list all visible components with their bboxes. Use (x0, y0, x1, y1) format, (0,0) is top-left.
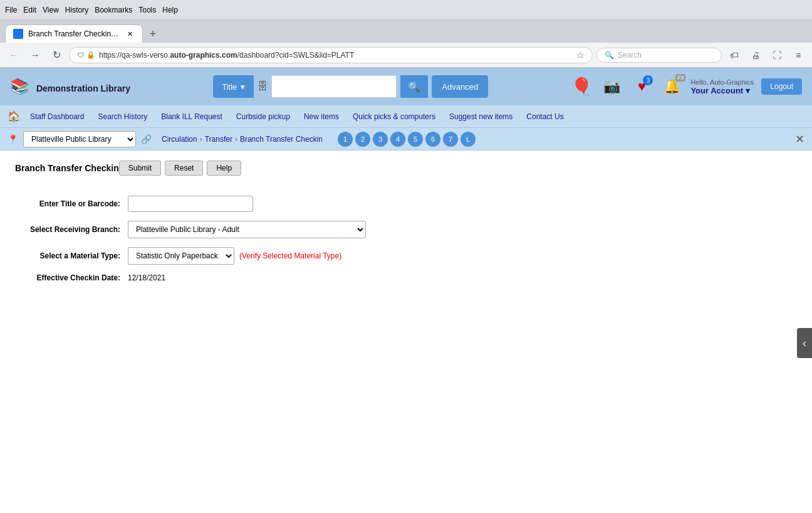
receiving-branch-row: Select Receiving Branch: Platteville Pub… (15, 221, 797, 238)
nav-suggest[interactable]: Suggest new items (443, 110, 519, 124)
step-L[interactable]: L (461, 132, 476, 147)
app-nav: 🏠 Staff Dashboard Search History Blank I… (0, 105, 812, 128)
menu-help[interactable]: Help (162, 6, 178, 14)
search-button[interactable]: 🔍 (400, 75, 428, 98)
print-button[interactable]: 🖨 (747, 46, 764, 64)
side-collapse-button[interactable]: ‹ (797, 328, 812, 358)
logo-icon: 📚 (10, 78, 29, 95)
app-logo: 📚 Demonstration Library (10, 78, 130, 95)
title-barcode-row: Enter Title or Barcode: (15, 196, 797, 212)
lock-icon: 🔒 (86, 51, 95, 59)
menu-edit[interactable]: Edit (23, 6, 36, 14)
search-section: Title ▾ 🗄 🔍 Advanced (140, 75, 561, 98)
tab-close-button[interactable]: ✕ (125, 29, 135, 39)
step-1[interactable]: 1 (338, 132, 353, 147)
nav-quick-picks[interactable]: Quick picks & computers (346, 110, 442, 124)
bookmark-star[interactable]: ☆ (576, 50, 585, 60)
step-4[interactable]: 4 (390, 132, 405, 147)
step-indicators: 1 2 3 4 5 6 7 L (338, 132, 476, 147)
title-barcode-input[interactable] (128, 196, 253, 212)
menu-button[interactable]: ≡ (789, 46, 807, 64)
main-search-input[interactable] (271, 75, 397, 98)
chevron-down-icon: ▾ (241, 82, 245, 92)
breadcrumb-transfer[interactable]: Transfer (205, 135, 232, 144)
user-greeting: Hello, Auto-Graphics (690, 78, 754, 86)
receiving-branch-dropdown[interactable]: Platteville Public Library - Adult (128, 221, 366, 238)
menu-view[interactable]: View (43, 6, 59, 14)
menu-bookmarks[interactable]: Bookmarks (95, 6, 132, 14)
browser-tab-active[interactable]: Branch Transfer Checkin | SWLS ✕ (5, 24, 143, 43)
fullscreen-button[interactable]: ⛶ (768, 46, 786, 64)
url-bar[interactable]: 🛡 🔒 https://qa-swls-verso.auto-graphics.… (69, 47, 593, 63)
step-7[interactable]: 7 (443, 132, 458, 147)
title-barcode-label: Enter Title or Barcode: (15, 199, 128, 208)
heart-button[interactable]: ♥ 3 (630, 75, 653, 98)
breadcrumb-circulation[interactable]: Circulation (162, 135, 197, 144)
nav-contact[interactable]: Contact Us (520, 110, 570, 124)
step-5[interactable]: 5 (408, 132, 423, 147)
f9-button[interactable]: 🔔 F9 (660, 75, 683, 98)
browser-addressbar: ← → ↻ 🛡 🔒 https://qa-swls-verso.auto-gra… (0, 43, 812, 68)
search-type-dropdown[interactable]: Title ▾ (213, 75, 254, 98)
balloon-icon[interactable]: 🎈 (571, 77, 593, 97)
tab-favicon (13, 29, 23, 39)
breadcrumb-branch-transfer-checkin[interactable]: Branch Transfer Checkin (240, 135, 323, 144)
library-location-dropdown[interactable]: Platteville Public Library (23, 131, 136, 147)
help-button[interactable]: Help (207, 161, 241, 176)
material-type-label: Select a Material Type: (15, 251, 128, 260)
search-text: Search (618, 51, 642, 60)
back-button[interactable]: ← (5, 46, 23, 64)
shield-icon: 🛡 (77, 51, 84, 59)
browser-search-bar[interactable]: 🔍 Search (596, 48, 722, 63)
tab-title: Branch Transfer Checkin | SWLS (28, 29, 120, 38)
advanced-search-button[interactable]: Advanced (432, 75, 488, 98)
content-main: Branch Transfer Checkin Submit Reset Hel… (0, 151, 812, 513)
new-tab-button[interactable]: + (144, 25, 162, 43)
verify-material-type-link[interactable]: (Verify Selected Material Type) (239, 251, 341, 260)
url-text: https://qa-swls-verso.auto-graphics.com/… (99, 51, 573, 60)
logout-button[interactable]: Logout (761, 78, 802, 95)
chevron-left-icon: ‹ (803, 337, 806, 350)
camera-icon: 📷 (603, 78, 620, 95)
browser-menu: File Edit View History Bookmarks Tools H… (5, 6, 178, 14)
checkin-date-value: 12/18/2021 (128, 273, 165, 282)
nav-curbside[interactable]: Curbside pickup (230, 110, 296, 124)
step-2[interactable]: 2 (355, 132, 370, 147)
security-icons: 🛡 🔒 (77, 51, 95, 59)
nav-staff-dashboard[interactable]: Staff Dashboard (24, 110, 91, 124)
pocket-button[interactable]: 🏷 (726, 46, 743, 64)
user-account-section[interactable]: Hello, Auto-Graphics Your Account ▾ (690, 78, 754, 95)
submit-button[interactable]: Submit (119, 161, 161, 176)
link-icon: 🔗 (141, 134, 152, 144)
close-panel-button[interactable]: ✕ (795, 132, 804, 146)
material-type-dropdown[interactable]: Statistic Only Paperback (128, 247, 234, 265)
form-area: Branch Transfer Checkin Submit Reset Hel… (0, 151, 812, 304)
forward-button[interactable]: → (26, 46, 44, 64)
nav-new-items[interactable]: New items (298, 110, 345, 124)
menu-history[interactable]: History (65, 6, 88, 14)
form-title: Branch Transfer Checkin (15, 163, 119, 173)
browser-tabbar: Branch Transfer Checkin | SWLS ✕ + (0, 20, 812, 43)
camera-button[interactable]: 📷 (600, 75, 623, 98)
checkin-date-label: Effective Checkin Date: (15, 273, 128, 282)
reset-button[interactable]: Reset (165, 161, 203, 176)
menu-file[interactable]: File (5, 6, 17, 14)
step-3[interactable]: 3 (373, 132, 388, 147)
browser-titlebar: File Edit View History Bookmarks Tools H… (0, 0, 812, 20)
nav-home-button[interactable]: 🏠 (5, 108, 23, 125)
location-bar: 📍 Platteville Public Library 🔗 Circulati… (0, 128, 812, 151)
f9-label: F9 (675, 74, 686, 82)
menu-tools[interactable]: Tools (138, 6, 156, 14)
library-name: Demonstration Library (36, 83, 130, 93)
search-icon: 🔍 (605, 51, 614, 60)
search-type-label: Title (222, 82, 237, 92)
nav-blank-ill[interactable]: Blank ILL Request (155, 110, 229, 124)
refresh-button[interactable]: ↻ (48, 46, 65, 64)
material-type-row: Select a Material Type: Statistic Only P… (15, 247, 797, 265)
database-icon[interactable]: 🗄 (258, 81, 268, 92)
receiving-branch-label: Select Receiving Branch: (15, 225, 128, 234)
step-6[interactable]: 6 (425, 132, 440, 147)
form-actions: Submit Reset Help (119, 161, 241, 176)
content-wrapper: Branch Transfer Checkin Submit Reset Hel… (0, 151, 812, 513)
nav-search-history[interactable]: Search History (92, 110, 154, 124)
